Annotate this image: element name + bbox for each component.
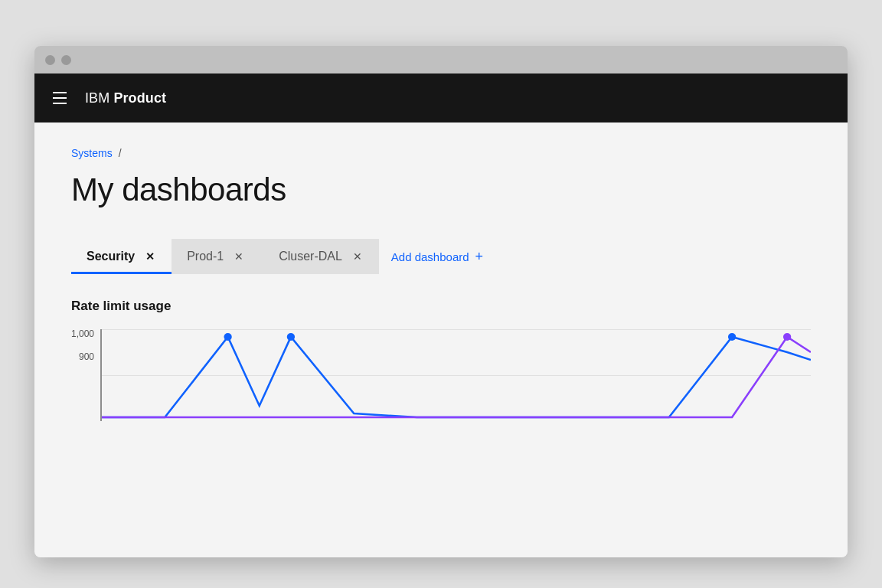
hamburger-line-2	[53, 97, 67, 99]
chart-y-axis: 1,000 900	[71, 329, 94, 375]
app-container: IBM Product Systems / My dashboards Secu…	[34, 74, 848, 557]
app-title: IBM Product	[85, 90, 166, 106]
content-area: Systems / My dashboards Security ✕ Prod-…	[34, 122, 848, 557]
browser-window: IBM Product Systems / My dashboards Secu…	[34, 46, 848, 557]
tab-security-label: Security	[87, 250, 135, 263]
svg-point-2	[728, 333, 736, 341]
app-title-prefix: IBM	[85, 90, 113, 106]
chart-title: Rate limit usage	[71, 299, 811, 314]
svg-point-1	[287, 333, 295, 341]
chart-area: 1,000 900	[71, 329, 811, 421]
add-dashboard-button[interactable]: Add dashboard +	[379, 239, 495, 274]
chart-y-label-1000: 1,000	[71, 329, 94, 352]
tabs-container: Security ✕ Prod-1 ✕ Cluser-DAL ✕ Add das…	[71, 239, 811, 274]
svg-point-3	[783, 333, 791, 341]
hamburger-line-3	[53, 103, 67, 104]
browser-titlebar	[34, 46, 848, 74]
hamburger-line-1	[53, 92, 67, 93]
add-dashboard-label: Add dashboard	[391, 250, 469, 263]
chart-grid	[100, 329, 811, 421]
breadcrumb-systems-link[interactable]: Systems	[71, 147, 113, 159]
app-title-bold: Product	[113, 90, 166, 106]
chart-section: Rate limit usage 1,000 900	[71, 274, 811, 557]
browser-dot-2	[61, 55, 71, 65]
browser-dot-1	[45, 55, 55, 65]
chart-y-label-900: 900	[79, 352, 94, 375]
tab-prod1-label: Prod-1	[187, 250, 224, 263]
page-title: My dashboards	[71, 172, 811, 208]
tab-prod1[interactable]: Prod-1 ✕	[172, 239, 263, 274]
tab-cluser-dal-close[interactable]: ✕	[351, 250, 364, 263]
svg-point-0	[224, 333, 232, 341]
main-content: Systems / My dashboards Security ✕ Prod-…	[34, 122, 848, 557]
breadcrumb: Systems /	[71, 147, 811, 159]
breadcrumb-separator: /	[119, 147, 122, 159]
chart-svg	[102, 329, 811, 421]
top-nav: IBM Product	[34, 74, 848, 122]
tab-prod1-close[interactable]: ✕	[233, 250, 245, 263]
tab-cluser-dal-label: Cluser-DAL	[279, 250, 342, 263]
tab-security[interactable]: Security ✕	[71, 239, 172, 274]
tab-cluser-dal[interactable]: Cluser-DAL ✕	[263, 239, 379, 274]
hamburger-button[interactable]	[47, 86, 73, 110]
add-dashboard-icon: +	[475, 250, 484, 263]
tab-security-close[interactable]: ✕	[144, 250, 156, 263]
